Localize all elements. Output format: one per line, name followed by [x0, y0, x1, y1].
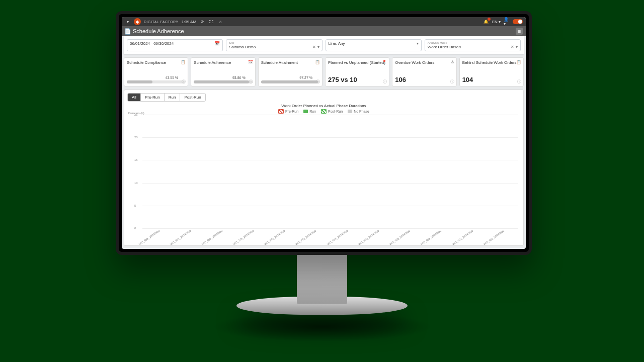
kpi-card: Schedule Adherence📅93.86 %ⓘ — [191, 57, 255, 86]
kpi-card: Planned vs Unplanned (Started)📍275 vs 10… — [325, 57, 389, 86]
brand-logo: ◆ — [134, 18, 141, 25]
bell-icon[interactable]: 🔔 — [483, 19, 489, 25]
y-tick: 20 — [134, 136, 138, 139]
kpi-title: Schedule Adherence — [194, 60, 252, 65]
bar-group: WO_890_20240630 — [371, 115, 383, 228]
bar-group: WO_888_20240630 — [152, 115, 164, 228]
kpi-title: Schedule Compliance — [127, 60, 185, 65]
calendar-icon[interactable]: 📅 — [215, 41, 220, 46]
kpi-value: 43.55 % — [166, 76, 179, 79]
monitor-stand-neck — [297, 249, 347, 304]
progress-bar: 97.27 % — [261, 80, 319, 83]
progress-bar: 93.86 % — [194, 80, 252, 83]
x-tick: WO_890_20240630 — [357, 228, 380, 246]
bar-group: WO_603_20240630 — [434, 115, 446, 228]
kpi-card: Schedule Attainment📋97.27 %ⓘ — [258, 57, 323, 86]
kpi-icon: 📋 — [315, 60, 320, 64]
bar-group: WO_776_20240630 — [246, 115, 258, 228]
kpi-value: 93.86 % — [232, 76, 246, 79]
info-icon[interactable]: ⓘ — [450, 79, 454, 84]
kpi-icon: 📋 — [516, 60, 521, 64]
clock-text: 1:39 AM — [182, 20, 196, 24]
chevron-down-icon[interactable]: ▾ — [516, 45, 518, 49]
info-icon[interactable]: ⓘ — [383, 79, 387, 84]
bar-group: WO_605_20240630 — [403, 115, 415, 228]
date-range-field[interactable]: 06/01/2024 - 06/30/2024📅 — [127, 39, 223, 51]
kpi-icon: 📍 — [382, 60, 387, 64]
bar-group: WO_773_20240630 — [277, 115, 289, 228]
y-tick: 15 — [134, 158, 138, 161]
progress-bar: 43.55 % — [127, 80, 185, 83]
x-tick: WO_605_20240630 — [388, 228, 411, 246]
tab-prerun[interactable]: Pre-Run — [141, 94, 165, 101]
kpi-icon: 📋 — [181, 60, 186, 64]
chevron-down-icon[interactable]: ▾ — [417, 41, 419, 46]
kpi-card: Schedule Compliance📋43.55 %ⓘ — [124, 57, 188, 86]
kpi-icon: 📅 — [248, 60, 253, 64]
site-field[interactable]: Site Saitama Demo✕▾ — [226, 39, 322, 51]
monitor-frame: ▾ ◆ DIGITAL FACTORY 1:39 AM ⟳ ⛶ ⌂ 🔔 EN ▾… — [116, 11, 532, 255]
x-tick: WO_888_20240630 — [138, 228, 160, 246]
x-tick: WO_694_20240630 — [326, 228, 348, 246]
chevron-down-icon[interactable]: ▾ — [317, 45, 319, 49]
kpi-value: 104 — [462, 76, 521, 83]
clear-icon[interactable]: ✕ — [511, 45, 514, 49]
document-icon: 📄 — [125, 28, 131, 34]
user-icon[interactable]: 👤▾ — [504, 19, 510, 25]
y-tick: 10 — [134, 182, 138, 185]
language-selector[interactable]: EN ▾ — [492, 20, 501, 24]
x-tick: WO_770_20240630 — [294, 228, 317, 246]
chart-card: AllPre-RunRunPost-Run Work Order Planned… — [124, 89, 524, 246]
legend-swatch-nophase — [348, 110, 352, 113]
kpi-value: 106 — [395, 76, 453, 83]
clear-icon[interactable]: ✕ — [312, 45, 316, 49]
x-tick: WO_776_20240630 — [232, 228, 255, 246]
page-title: Schedule Adherence — [133, 28, 184, 34]
home-icon[interactable]: ⌂ — [217, 19, 223, 25]
tab-all[interactable]: All — [128, 94, 141, 101]
filter-bar: 06/01/2024 - 06/30/2024📅 Site Saitama De… — [124, 36, 524, 54]
info-icon[interactable]: ⓘ — [249, 79, 253, 84]
x-tick: WO_602_20240630 — [451, 228, 473, 246]
chart-title: Work Order Planned vs Actual Phase Durat… — [127, 104, 520, 108]
bar-group: WO_770_20240630 — [308, 115, 320, 228]
page-menu-button[interactable]: ≡ — [516, 28, 523, 35]
analysis-mode-field[interactable]: Analysis Mode Work Order Based✕▾ — [425, 39, 521, 51]
bar-group: WO_601_20240630 — [497, 115, 509, 228]
kpi-card: Behind Schedule Work Orders📋104ⓘ — [459, 57, 524, 86]
app-screen: ▾ ◆ DIGITAL FACTORY 1:39 AM ⟳ ⛶ ⌂ 🔔 EN ▾… — [122, 17, 526, 249]
info-icon[interactable]: ⓘ — [517, 79, 521, 84]
x-tick: WO_603_20240630 — [420, 228, 442, 246]
page-title-bar: 📄 Schedule Adherence ≡ — [122, 26, 526, 36]
legend-swatch-run — [303, 110, 308, 113]
refresh-icon[interactable]: ⟳ — [199, 19, 205, 25]
line-field[interactable]: Line: Any▾ — [326, 39, 422, 51]
info-icon[interactable]: ⓘ — [316, 79, 320, 84]
kpi-title: Behind Schedule Work Orders — [462, 60, 521, 65]
tab-postrun[interactable]: Post-Run — [180, 94, 205, 101]
kpi-title: Schedule Attainment — [261, 60, 319, 65]
brand-text: DIGITAL FACTORY — [144, 20, 179, 24]
legend-swatch-postrun — [321, 109, 327, 114]
kpi-value: 275 vs 10 — [328, 76, 386, 83]
y-tick: 0 — [134, 227, 136, 230]
x-tick: WO_773_20240630 — [263, 228, 286, 246]
chevron-down-icon[interactable]: ▾ — [125, 19, 131, 25]
x-tick: WO_601_20240630 — [482, 228, 505, 246]
theme-toggle[interactable] — [513, 19, 523, 24]
chart-legend: Pre-Run Run Post-Run No Phase — [127, 109, 520, 114]
kpi-title: Overdue Work Orders — [395, 60, 453, 65]
kpi-icon: ⚠ — [451, 60, 454, 64]
app-topbar: ▾ ◆ DIGITAL FACTORY 1:39 AM ⟳ ⛶ ⌂ 🔔 EN ▾… — [122, 17, 526, 26]
fullscreen-icon[interactable]: ⛶ — [208, 19, 214, 25]
bar-group: WO_891_20240630 — [183, 115, 195, 228]
x-tick: WO_891_20240630 — [169, 228, 192, 246]
tab-run[interactable]: Run — [165, 94, 181, 101]
kpi-row: Schedule Compliance📋43.55 %ⓘSchedule Adh… — [122, 54, 526, 89]
kpi-value: 97.27 % — [299, 76, 312, 79]
phase-tabs: AllPre-RunRunPost-Run — [127, 93, 206, 102]
chart-plot: Duration (h) 0510152025 WO_888_20240630W… — [142, 115, 518, 228]
legend-swatch-prerun — [278, 109, 284, 114]
bar-group: WO_602_20240630 — [465, 115, 477, 228]
info-icon[interactable]: ⓘ — [182, 79, 186, 84]
